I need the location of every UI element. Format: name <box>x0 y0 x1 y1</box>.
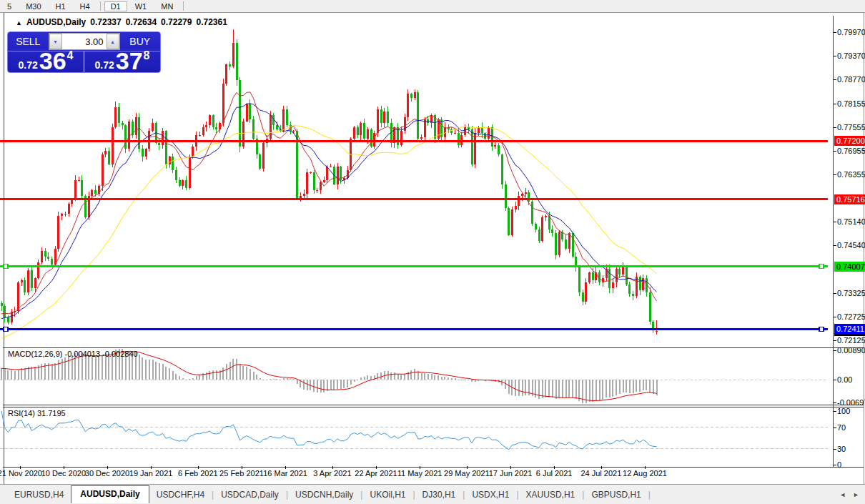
candle-body <box>488 127 490 139</box>
macd-histogram-bar <box>266 380 267 380</box>
pane-divider[interactable] <box>3 405 864 405</box>
timeframe-button-5[interactable]: 5 <box>1 1 18 11</box>
candle-body <box>656 331 658 332</box>
macd-histogram-bar <box>68 356 69 380</box>
tab-scroll-right-icon[interactable]: ► <box>853 491 859 498</box>
chart-tab-ukoil-h1[interactable]: UKOil,H1 <box>362 488 412 502</box>
pane-divider[interactable] <box>3 407 864 407</box>
chart-tab-xauusd-h1[interactable]: XAUUSD,H1 <box>519 488 583 502</box>
collapse-triangle-icon[interactable]: ▲ <box>16 19 22 26</box>
macd-histogram-bar <box>444 377 445 380</box>
macd-histogram-bar <box>216 370 217 380</box>
timeframe-button-m30[interactable]: M30 <box>19 1 47 11</box>
chart-tab-usdchf-h4[interactable]: USDCHF,H4 <box>149 488 212 502</box>
macd-histogram-bar <box>24 368 26 380</box>
price-axis-label: 0.79970 <box>837 28 865 36</box>
candle-body <box>71 200 73 204</box>
candle-body <box>357 127 359 135</box>
macd-axis-tick <box>834 380 836 380</box>
line-handle[interactable] <box>4 265 8 269</box>
candle-body <box>458 133 460 144</box>
price-axis-label: 0.79370 <box>837 51 865 60</box>
candle-body <box>262 143 265 169</box>
candle-body <box>102 154 104 186</box>
rsi-axis-label: 30 <box>837 445 846 453</box>
pane-divider[interactable] <box>3 347 864 348</box>
chart-tab-eurusd-h4[interactable]: EURUSD,H4 <box>7 488 71 502</box>
candle-body <box>578 267 580 292</box>
macd-histogram-bar <box>545 380 546 397</box>
timeframe-button-mn[interactable]: MN <box>154 1 179 11</box>
price-axis-label: 0.73325 <box>837 289 865 297</box>
buy-price[interactable]: 0.72 37 8 <box>84 51 160 72</box>
line-price-label-0.77200: 0.77200 <box>834 136 865 146</box>
timeframe-button-h4[interactable]: H4 <box>74 1 97 11</box>
tab-scroll-left-icon[interactable]: ◄ <box>839 491 846 498</box>
chart-tab-audusd-daily[interactable]: AUDUSD,Daily <box>71 485 149 503</box>
date-axis-label: 24 Jul 2021 <box>576 469 626 478</box>
date-axis-label: 30 Dec 2020 <box>82 469 132 478</box>
chart-tab-usdcnh-daily[interactable]: USDCNH,Daily <box>288 488 360 502</box>
macd-histogram-bar <box>330 380 332 390</box>
candle-body <box>232 43 234 66</box>
macd-histogram-bar <box>612 380 613 397</box>
sell-price[interactable]: 0.72 36 4 <box>8 51 84 72</box>
line-handle[interactable] <box>819 265 824 269</box>
chart-tab-usdcad-daily[interactable]: USDCAD,Daily <box>214 488 286 502</box>
candle-body <box>545 216 547 218</box>
line-handle[interactable] <box>819 327 824 331</box>
candle-body <box>387 112 389 123</box>
macd-histogram-bar <box>347 380 348 387</box>
macd-histogram-bar <box>380 372 382 380</box>
sell-price-pip: 4 <box>67 49 74 62</box>
macd-histogram-bar <box>256 375 257 380</box>
candle-body <box>1 303 3 306</box>
macd-histogram-bar <box>417 371 419 380</box>
date-axis-line <box>3 467 864 468</box>
symbol-title: AUDUSD,Daily <box>26 17 86 27</box>
macd-histogram-bar <box>71 355 73 380</box>
chart-tab-dj30-h1[interactable]: DJ30,H1 <box>415 488 463 502</box>
macd-histogram-bar <box>337 380 338 389</box>
macd-histogram-bar <box>313 380 315 392</box>
candle-body <box>31 270 33 288</box>
macd-histogram-bar <box>646 380 647 390</box>
chart-tab-bar: EURUSD,H4AUDUSD,DailyUSDCHF,H4|USDCAD,Da… <box>0 484 865 504</box>
macd-histogram-bar <box>222 367 224 380</box>
timeframe-button-d1[interactable]: D1 <box>104 1 127 11</box>
macd-histogram-bar <box>51 364 53 380</box>
price-axis-tick <box>834 104 836 104</box>
volume-input[interactable] <box>62 34 107 49</box>
macd-histogram-bar <box>609 380 611 397</box>
rsi-axis-tick <box>834 428 836 428</box>
candle-body <box>282 109 285 131</box>
toolbar-separator <box>183 1 184 11</box>
macd-histogram-bar <box>327 380 328 391</box>
price-axis-tick <box>834 317 836 317</box>
macd-histogram-bar <box>397 374 399 380</box>
date-axis-label: 6 Feb 2021 <box>173 469 223 478</box>
chart-tab-gbpusd-h1[interactable]: GBPUSD,H1 <box>584 488 648 502</box>
price-axis-tick <box>834 32 836 33</box>
macd-signal-line <box>1 352 657 401</box>
candle-body <box>51 259 53 265</box>
candle-body <box>360 123 362 134</box>
candle-body <box>622 267 624 275</box>
timeframe-button-h1[interactable]: H1 <box>49 1 72 11</box>
macd-histogram-bar <box>595 380 597 400</box>
macd-histogram-bar <box>633 380 634 393</box>
candle-body <box>438 119 440 139</box>
macd-histogram-bar <box>431 374 432 380</box>
macd-histogram-bar <box>232 359 234 380</box>
chart-tab-usdx-h1[interactable]: USDX,H1 <box>465 488 516 502</box>
candle-body <box>649 292 651 322</box>
timeframe-button-w1[interactable]: W1 <box>129 1 154 11</box>
macd-histogram-bar <box>165 367 167 380</box>
line-price-label-0.72411: 0.72411 <box>834 324 865 334</box>
line-handle[interactable] <box>4 327 8 331</box>
macd-histogram-bar <box>565 380 567 398</box>
macd-histogram-bar <box>212 370 214 380</box>
macd-histogram-bar <box>142 357 143 380</box>
macd-histogram-bar <box>448 377 449 380</box>
price-axis-tick <box>834 127 836 128</box>
